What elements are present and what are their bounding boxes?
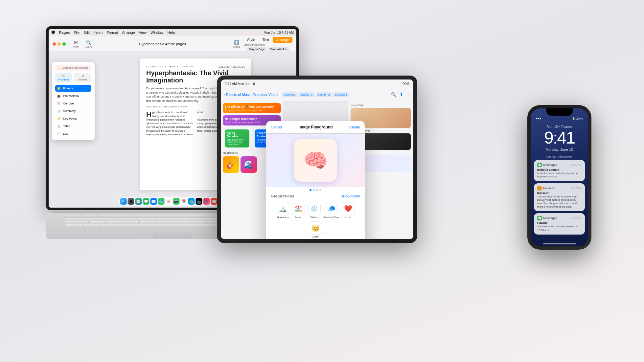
- arrange-tab[interactable]: Arrange: [273, 37, 292, 43]
- dot-3[interactable]: [316, 189, 318, 191]
- crown-label: Crown: [311, 235, 319, 238]
- menu-pages[interactable]: Pages: [59, 31, 70, 34]
- menu-arrange[interactable]: Arrange: [122, 31, 135, 34]
- dock-calendar[interactable]: 📅: [181, 198, 187, 205]
- toolbar-share-btn[interactable]: ⬆️ Share: [231, 39, 242, 49]
- suggestion-mountains[interactable]: 🏔️ Mountains: [276, 202, 289, 219]
- menu-view[interactable]: View: [139, 31, 147, 34]
- modal-header: Cancel Image Playground Create: [266, 121, 365, 134]
- suggestion-love[interactable]: ❤️ Love: [342, 202, 355, 219]
- ipad-body: 9:41 AM Mon Jun 10 100% ‹ Effects of Mus…: [217, 76, 417, 243]
- suggestions-label: SUGGESTIONS: [271, 195, 294, 198]
- key: [65, 214, 81, 217]
- iphone-screen: ●●● 🔋100% Mon 10 • Tiburon 9:41 Monday, …: [531, 108, 588, 246]
- key: [173, 221, 189, 223]
- dock-facetime[interactable]: 📷: [173, 198, 180, 205]
- move-with-text-btn[interactable]: Move with Text: [268, 47, 289, 51]
- notif-header-2: 💬 Messages 10:30 AM: [537, 216, 582, 220]
- ipad-tab-opening[interactable]: Opening: [282, 92, 297, 97]
- key: [165, 214, 181, 217]
- ai-option-professional[interactable]: 💼 Professional: [55, 93, 91, 99]
- dock-photos[interactable]: 🌸: [166, 198, 172, 205]
- ai-option-concise[interactable]: ✂️ Concise: [55, 100, 91, 107]
- iphone-notifications: Priority Notifications 💬 Messages 10:00 …: [534, 155, 585, 237]
- key: [89, 221, 105, 223]
- macbook-trackpad[interactable]: [153, 229, 192, 238]
- dot-4[interactable]: [319, 189, 321, 191]
- suggestion-winter[interactable]: ❄️ Winter: [308, 202, 321, 219]
- suggestion-beach[interactable]: 🏖️ Beach: [292, 202, 305, 219]
- iphone-home-bar[interactable]: [543, 243, 576, 244]
- apple-icon[interactable]: [51, 31, 55, 34]
- menu-window[interactable]: Window: [150, 31, 163, 34]
- ipad-search-icon[interactable]: 🔍: [391, 92, 396, 97]
- section-card-aging[interactable]: Aging Benefits Let's explore the music f…: [225, 129, 249, 147]
- dock-safari[interactable]: 🧭: [135, 198, 142, 205]
- stay-on-page-btn[interactable]: Stay on Page: [247, 47, 267, 51]
- dock-messages[interactable]: 💬: [143, 198, 150, 205]
- notification-instacart[interactable]: 🛒 Instacart 10:15 AM Instacart Your Inst…: [534, 183, 585, 212]
- ipad-status-bar: 9:41 AM Mon Jun 10 100%: [221, 79, 413, 88]
- ipad-tab-section3[interactable]: Section 3: [333, 92, 349, 97]
- style-tab[interactable]: Style: [244, 37, 258, 43]
- dock-launchpad[interactable]: ⊞: [128, 198, 134, 205]
- beach-label: Beach: [295, 216, 302, 219]
- dock-maps[interactable]: 🗺️: [158, 198, 165, 205]
- menu-format[interactable]: Format: [107, 31, 118, 34]
- maximize-button[interactable]: [62, 42, 66, 46]
- ipad-more-icon[interactable]: ···: [406, 92, 410, 97]
- ai-describe-input[interactable]: ✨ Describe your change: [55, 65, 91, 71]
- ai-option-friendly[interactable]: 😊 Friendly: [55, 85, 91, 92]
- section-card-music-memory[interactable]: The Effects of 🎵Music on Memory A cognit…: [223, 103, 281, 113]
- proofread-button[interactable]: ✏️ Proofread: [55, 73, 72, 82]
- menu-help[interactable]: Help: [167, 31, 175, 34]
- text-tab[interactable]: Text: [259, 37, 272, 43]
- menu-edit[interactable]: Edit: [83, 31, 90, 34]
- dot-1[interactable]: [310, 189, 311, 191]
- suggestion-baseball-cap[interactable]: 🧢 Baseball Cap: [323, 202, 339, 219]
- dock-news[interactable]: 📰: [211, 198, 218, 205]
- illustration-1[interactable]: 🎸: [223, 156, 239, 173]
- dock-mail[interactable]: ✉️: [150, 198, 157, 205]
- rewrite-button[interactable]: ↺ Rewrite: [74, 73, 91, 82]
- ipad-back-button[interactable]: ‹ Effects of Music Explainer Video: [224, 93, 278, 97]
- close-button[interactable]: [53, 42, 56, 46]
- menu-insert[interactable]: Insert: [94, 31, 103, 34]
- illustration-2[interactable]: 🌊: [241, 156, 257, 173]
- key: [119, 217, 136, 220]
- image-pagination-dots: [266, 187, 365, 193]
- notification-isabella[interactable]: 💬 Messages 10:00 AM Isabella Lamare Invi…: [534, 160, 585, 181]
- notif-header-0: 💬 Messages 10:00 AM: [537, 163, 582, 167]
- key: [65, 224, 83, 227]
- ipad-share-icon[interactable]: ⬆: [400, 92, 403, 97]
- dot-2[interactable]: [313, 189, 315, 191]
- notif-body-1: Your Instacart order is on the way! Deli…: [537, 195, 582, 209]
- modal-title: Image Playground: [282, 125, 349, 129]
- show-more-button[interactable]: SHOW MORE: [341, 195, 360, 198]
- minimize-button[interactable]: [58, 42, 61, 46]
- dock-music[interactable]: 🎵: [203, 198, 210, 205]
- ai-option-keypoints[interactable]: 🔑 Key Points: [55, 115, 91, 122]
- ai-option-table[interactable]: 📋 Table: [55, 123, 91, 129]
- ai-writing-panel: ✨ Describe your change ✏️ Proofread: [52, 62, 95, 140]
- toolbar-view-btn[interactable]: ⊞ View: [71, 39, 80, 49]
- key: [106, 221, 122, 223]
- dock-appstore[interactable]: 🛍️: [188, 198, 195, 205]
- key: [191, 217, 208, 220]
- dock-finder[interactable]: 🔍: [120, 198, 127, 205]
- notification-edwina[interactable]: 💬 Messages 10:30 AM Edwina Summer intern…: [534, 213, 585, 235]
- modal-cancel-button[interactable]: Cancel: [271, 125, 282, 129]
- ai-option-summary[interactable]: 📝 Summary: [55, 108, 91, 114]
- modal-create-button[interactable]: Create: [349, 125, 360, 129]
- ipad-tab-section1[interactable]: Section 1: [298, 92, 315, 97]
- ai-option-list[interactable]: 📄 List: [55, 130, 91, 137]
- toolbar-zoom-btn[interactable]: 🔍 136%: [83, 39, 94, 49]
- ipad-tab-section2[interactable]: Section 2: [316, 92, 332, 97]
- iphone-time-area: Mon 10 • Tiburon 9:41 Monday, June 10: [531, 122, 588, 151]
- suggestion-crown[interactable]: 👑 Crown: [309, 221, 322, 238]
- dock-appletv[interactable]: 📺: [196, 198, 202, 205]
- menu-file[interactable]: File: [74, 31, 80, 34]
- ipad-content: The Effects of 🎵Music on Memory A cognit…: [221, 101, 413, 239]
- app-toolbar: ⊞ View 🔍 136% Hyperphantasia Article.pag…: [49, 36, 296, 52]
- modal-preview-area: 🧠: [266, 134, 365, 187]
